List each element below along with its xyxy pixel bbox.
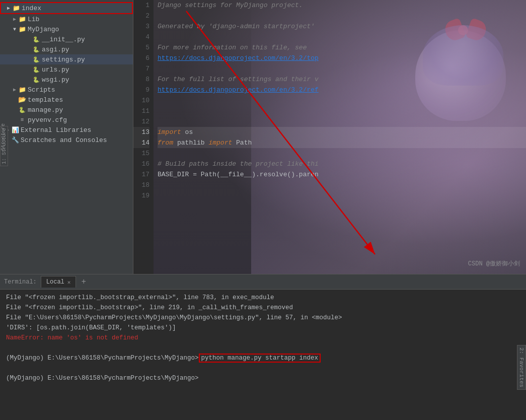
code-line-13: import os xyxy=(158,127,526,137)
terminal-panel: Terminal: Local ✕ + File "<frozen import… xyxy=(0,274,526,420)
tree-label-init: __init__.py xyxy=(42,36,85,43)
tree-arrow-mydjango: ▼ xyxy=(11,26,18,33)
line-2: 2 xyxy=(133,11,149,21)
comment-16: # Build paths inside the project like th… xyxy=(158,160,319,168)
terminal-prompt-text: (MyDjango) E:\Users\86158\PycharmProject… xyxy=(6,355,199,362)
tree-label-scripts: Scripts xyxy=(28,86,55,94)
tree-label-wsgi: wsgi.py xyxy=(42,76,69,84)
text-pathlib: pathlib xyxy=(173,139,208,147)
tree-item-pyvenv[interactable]: ▶ ≡ pyvenv.cfg xyxy=(0,115,133,125)
tree-label-mydjango: MyDjango xyxy=(28,26,59,33)
py-icon-init: 🐍 xyxy=(32,35,40,43)
code-line-9: https://docs.djangoproject.com/en/3.2/re… xyxy=(158,85,526,95)
code-editor: 1 2 3 4 5 6 7 8 9 10 11 12 13 14 15 16 1… xyxy=(133,0,526,274)
tree-item-extlibs[interactable]: ▶ 📊 External Libraries xyxy=(0,125,133,135)
kw-import-13: import xyxy=(158,128,181,136)
code-text-area[interactable]: Django settings for MyDjango project. Ge… xyxy=(154,0,526,274)
terminal-tab-add[interactable]: + xyxy=(78,277,89,287)
cfg-icon-pyvenv: ≡ xyxy=(18,116,26,124)
terminal-tab-close[interactable]: ✕ xyxy=(67,279,71,286)
terminal-line-9: (MyDjango) E:\Users\86158\PycharmProject… xyxy=(6,373,520,383)
code-view: 1 2 3 4 5 6 7 8 9 10 11 12 13 14 15 16 1… xyxy=(133,0,526,274)
tree-arrow-scripts: ▶ xyxy=(11,86,18,93)
code-line-17: BASE_DIR = Path(__file__).resolve().pare… xyxy=(158,169,526,180)
terminal-prompt-2: (MyDjango) E:\Users\86158\PycharmProject… xyxy=(6,375,199,382)
line-11: 11 xyxy=(133,106,149,116)
line-10: 10 xyxy=(133,95,149,106)
file-tree-sidebar: Structure ▶ 📁 index ▶ 📁 Lib ▼ 📁 MyDjango xyxy=(0,0,133,274)
tree-item-settings[interactable]: ▶ 🐍 settings.py xyxy=(0,54,133,64)
tree-label-extlibs: External Libraries xyxy=(21,126,91,134)
line-5: 5 xyxy=(133,42,149,53)
code-line-14: from pathlib import Path xyxy=(158,137,526,148)
tree-item-templates[interactable]: ▶ 📂 templates xyxy=(0,95,133,105)
comment-1: Django settings for MyDjango project. xyxy=(158,2,303,9)
structure-side-tab[interactable]: 1: Structure xyxy=(0,126,8,166)
folder-icon-mydjango: 📁 xyxy=(18,25,26,33)
tree-item-lib[interactable]: ▶ 📁 Lib xyxy=(0,14,133,24)
tree-item-scratches[interactable]: ▶ 🔧 Scratches and Consoles xyxy=(0,135,133,145)
scratches-icon: 🔧 xyxy=(11,136,19,144)
comment-8: For the full list of settings and their … xyxy=(158,76,319,83)
code-line-16: # Build paths inside the project like th… xyxy=(158,159,526,169)
code-line-8: For the full list of settings and their … xyxy=(158,74,526,85)
terminal-line-6 xyxy=(6,343,520,353)
folder-icon-scripts: 📁 xyxy=(18,86,26,94)
line-numbers: 1 2 3 4 5 6 7 8 9 10 11 12 13 14 15 16 1… xyxy=(133,0,154,274)
folder-icon-templates: 📂 xyxy=(18,96,26,104)
py-icon-asgi: 🐍 xyxy=(32,45,40,53)
line-1: 1 xyxy=(133,0,149,11)
link-9[interactable]: https://docs.djangoproject.com/en/3.2/re… xyxy=(158,86,319,94)
line-19: 19 xyxy=(133,190,149,201)
tree-item-asgi[interactable]: ▶ 🐍 asgi.py xyxy=(0,44,133,54)
terminal-output[interactable]: File "<frozen importlib._bootstrap_exter… xyxy=(0,290,526,420)
tree-item-wsgi[interactable]: ▶ 🐍 wsgi.py xyxy=(0,75,133,85)
tree-item-manage[interactable]: ▶ 🐍 manage.py xyxy=(0,105,133,115)
code-line-7 xyxy=(158,63,526,74)
tree-arrow-lib: ▶ xyxy=(11,16,18,23)
line-17: 17 xyxy=(133,169,149,180)
terminal-error-text: NameError: name 'os' is not defined xyxy=(6,334,138,341)
code-line-5: For more information on this file, see xyxy=(158,42,526,53)
terminal-line-1: File "<frozen importlib._bootstrap_exter… xyxy=(6,293,520,303)
tree-item-mydjango[interactable]: ▼ 📁 MyDjango xyxy=(0,24,133,34)
line-14: 14 xyxy=(133,137,149,148)
code-line-11 xyxy=(158,106,526,116)
tree-item-init[interactable]: ▶ 🐍 __init__.py xyxy=(0,34,133,44)
terminal-text-4: 'DIRS': [os.path.join(BASE_DIR, 'templat… xyxy=(6,324,176,331)
lib-icon-extlibs: 📊 xyxy=(11,126,19,134)
terminal-label: Terminal: xyxy=(4,278,37,286)
code-line-18 xyxy=(158,180,526,190)
folder-icon-lib: 📁 xyxy=(18,15,26,23)
tree-label-index: index xyxy=(22,5,41,12)
terminal-line-7: (MyDjango) E:\Users\86158\PycharmProject… xyxy=(6,353,520,363)
py-icon-wsgi: 🐍 xyxy=(32,76,40,84)
tree-item-scripts[interactable]: ▶ 📁 Scripts xyxy=(0,85,133,95)
link-6[interactable]: https://docs.djangoproject.com/en/3.2/to… xyxy=(158,54,319,62)
terminal-cmd-highlighted: python manage.py startapp index xyxy=(199,354,321,363)
terminal-tab-local[interactable]: Local ✕ xyxy=(41,276,77,288)
code-line-10 xyxy=(158,95,526,106)
terminal-line-3: File "E:\Users\86158\PycharmProjects\MyD… xyxy=(6,313,520,323)
code-line-4 xyxy=(158,32,526,42)
code-line-3: Generated by 'django-admin startproject' xyxy=(158,21,526,32)
tree-label-asgi: asgi.py xyxy=(42,46,69,53)
favorites-tab[interactable]: 2: Favorites xyxy=(517,345,526,390)
tree-label-templates: templates xyxy=(28,96,63,104)
terminal-text-2: File "<frozen importlib._bootstrap>", li… xyxy=(6,304,293,311)
terminal-text-3: File "E:\Users\86158\PycharmProjects\MyD… xyxy=(6,314,342,321)
line-12: 12 xyxy=(133,116,149,127)
py-icon-settings: 🐍 xyxy=(32,55,40,63)
comment-3: Generated by 'django-admin startproject' xyxy=(158,23,315,30)
terminal-tab-local-label: Local xyxy=(46,278,64,286)
tree-item-index[interactable]: ▶ 📁 index xyxy=(0,2,133,14)
py-icon-manage: 🐍 xyxy=(18,106,26,114)
line-18: 18 xyxy=(133,180,149,190)
line-16: 16 xyxy=(133,159,149,169)
line-3: 3 xyxy=(133,21,149,32)
kw-from-14: from xyxy=(158,139,173,147)
tree-item-urls[interactable]: ▶ 🐍 urls.py xyxy=(0,64,133,75)
line-13: 13 xyxy=(133,127,149,137)
folder-icon-index: 📁 xyxy=(12,4,20,12)
comment-5: For more information on this file, see xyxy=(158,44,307,51)
